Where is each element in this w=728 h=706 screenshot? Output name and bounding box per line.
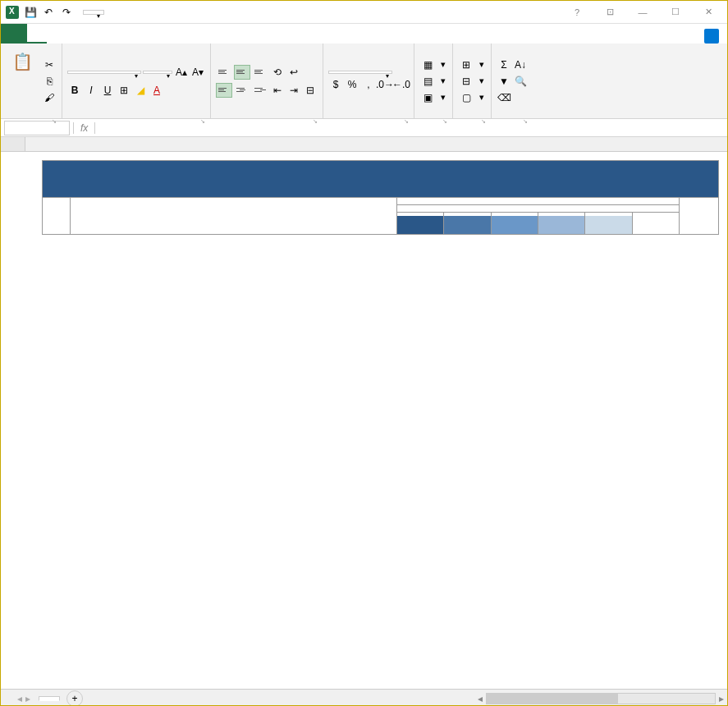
undo-icon[interactable]: ↶ — [40, 4, 57, 21]
number-format-selector[interactable] — [328, 71, 392, 74]
font-color-icon[interactable]: A — [149, 83, 164, 98]
redo-icon[interactable]: ↷ — [58, 4, 75, 21]
autosum-icon[interactable]: Σ — [497, 57, 511, 72]
fx-icon[interactable]: fx — [73, 122, 95, 134]
tab-nav-prev[interactable]: ◂ — [17, 693, 22, 704]
group-label-clipboard — [6, 115, 57, 118]
sheet-area — [1, 152, 727, 689]
format-as-table-button[interactable]: ▤ ▾ — [419, 74, 447, 89]
heading-column — [43, 198, 71, 234]
tab-review[interactable] — [126, 37, 145, 44]
add-sheet-button[interactable]: + — [66, 690, 83, 707]
copy-icon[interactable]: ⎘ — [42, 74, 57, 89]
increase-decimal-icon[interactable]: .0→ — [378, 77, 392, 92]
quick-access-toolbar: 💾 ↶ ↷ — [1, 4, 108, 21]
wrap-text-icon[interactable]: ↩ — [286, 65, 301, 80]
ribbon: 📋 ✂ ⎘ 🖌 A▴ A▾ B I U ⊞ ◢ A — [1, 44, 727, 119]
name-box[interactable] — [4, 121, 70, 135]
cell-styles-button[interactable]: ▣ ▾ — [419, 90, 447, 105]
cut-icon[interactable]: ✂ — [42, 57, 57, 72]
fill-color-icon[interactable]: ◢ — [133, 83, 148, 98]
group-label-editing — [497, 115, 528, 118]
group-label-font — [67, 115, 205, 118]
tab-view[interactable] — [145, 37, 165, 44]
tab-formulas[interactable] — [86, 37, 106, 44]
align-middle-icon[interactable] — [234, 65, 250, 80]
tab-team[interactable] — [185, 37, 204, 44]
degree-title — [397, 198, 679, 205]
font-name-selector[interactable] — [67, 71, 141, 74]
merge-icon[interactable]: ⊟ — [303, 83, 318, 98]
group-label-alignment — [216, 115, 318, 118]
comma-icon[interactable]: , — [361, 77, 376, 92]
rating-3 — [492, 216, 538, 234]
group-label-cells — [458, 115, 486, 118]
ribbon-tabs — [1, 24, 727, 44]
shrink-font-icon[interactable]: A▾ — [190, 65, 205, 80]
maximize-icon[interactable]: ☐ — [663, 4, 688, 21]
user-badge[interactable] — [704, 29, 719, 44]
insert-cells-button[interactable]: ⊞ ▾ — [458, 57, 486, 72]
paste-button[interactable]: 📋 — [6, 47, 39, 115]
format-painter-icon[interactable]: 🖌 — [42, 90, 57, 105]
underline-icon[interactable]: U — [100, 83, 115, 98]
bold-icon[interactable]: B — [67, 83, 82, 98]
orientation-icon[interactable]: ⟲ — [270, 65, 285, 80]
align-left-icon[interactable] — [216, 83, 232, 98]
rating-1 — [585, 216, 632, 234]
close-icon[interactable]: ✕ — [696, 4, 721, 21]
title-bar: 💾 ↶ ↷ ? ⊡ — ☐ ✕ — [1, 1, 727, 24]
tab-file[interactable] — [1, 24, 27, 44]
currency-icon[interactable]: $ — [328, 77, 343, 92]
group-font: A▴ A▾ B I U ⊞ ◢ A — [62, 44, 211, 118]
sort-filter-icon[interactable]: A↓ — [513, 57, 528, 72]
save-icon[interactable]: 💾 — [22, 4, 39, 21]
form-title — [42, 160, 719, 198]
qat-font-selector[interactable] — [83, 10, 104, 15]
group-styles: ▦ ▾ ▤ ▾ ▣ ▾ — [414, 44, 453, 118]
fill-icon[interactable]: ▼ — [497, 74, 511, 89]
tab-addins[interactable] — [165, 37, 185, 44]
delete-cells-button[interactable]: ⊟ ▾ — [458, 74, 486, 89]
border-icon[interactable]: ⊞ — [117, 83, 131, 98]
group-alignment: ⟲ ↩ ⇤ ⇥ ⊟ — [211, 44, 323, 118]
tab-nav-next[interactable]: ▸ — [25, 693, 30, 704]
format-cells-button[interactable]: ▢ ▾ — [458, 90, 486, 105]
conditional-formatting-button[interactable]: ▦ ▾ — [419, 57, 447, 72]
align-top-icon[interactable] — [216, 65, 232, 80]
help-icon[interactable]: ? — [565, 4, 589, 21]
tab-insert[interactable] — [47, 37, 66, 44]
tab-home[interactable] — [27, 35, 47, 44]
select-all-corner[interactable] — [1, 137, 25, 151]
align-center-icon[interactable] — [234, 83, 250, 98]
decrease-decimal-icon[interactable]: ←.0 — [394, 77, 409, 92]
formula-input[interactable] — [98, 121, 727, 135]
window-controls: ? ⊡ — ☐ ✕ — [565, 4, 727, 21]
column-headers — [1, 137, 727, 152]
tab-data[interactable] — [106, 37, 126, 44]
horizontal-scrollbar[interactable]: ◂ ▸ — [83, 693, 727, 704]
sheet-content[interactable] — [25, 152, 727, 235]
font-size-selector[interactable] — [143, 71, 172, 74]
excel-icon[interactable] — [4, 4, 21, 21]
minimize-icon[interactable]: — — [630, 4, 655, 21]
degree-instruction — [397, 205, 679, 213]
align-right-icon[interactable] — [252, 83, 268, 98]
increase-indent-icon[interactable]: ⇥ — [286, 83, 301, 98]
tab-page-layout[interactable] — [66, 37, 86, 44]
find-select-icon[interactable]: 🔍 — [513, 74, 528, 89]
rating-5 — [397, 216, 444, 234]
grow-font-icon[interactable]: A▴ — [174, 65, 189, 80]
ribbon-display-icon[interactable]: ⊡ — [598, 4, 622, 21]
align-bottom-icon[interactable] — [252, 65, 268, 80]
group-number: $ % , .0→ ←.0 — [323, 44, 414, 118]
italic-icon[interactable]: I — [84, 83, 98, 98]
rating-4 — [444, 216, 491, 234]
rating-0 — [633, 216, 679, 234]
decrease-indent-icon[interactable]: ⇤ — [270, 83, 285, 98]
percent-icon[interactable]: % — [345, 77, 359, 92]
group-label-number — [328, 115, 409, 118]
clear-icon[interactable]: ⌫ — [497, 90, 511, 105]
group-clipboard: 📋 ✂ ⎘ 🖌 — [1, 44, 62, 118]
sheet-tab-active[interactable] — [39, 696, 60, 701]
